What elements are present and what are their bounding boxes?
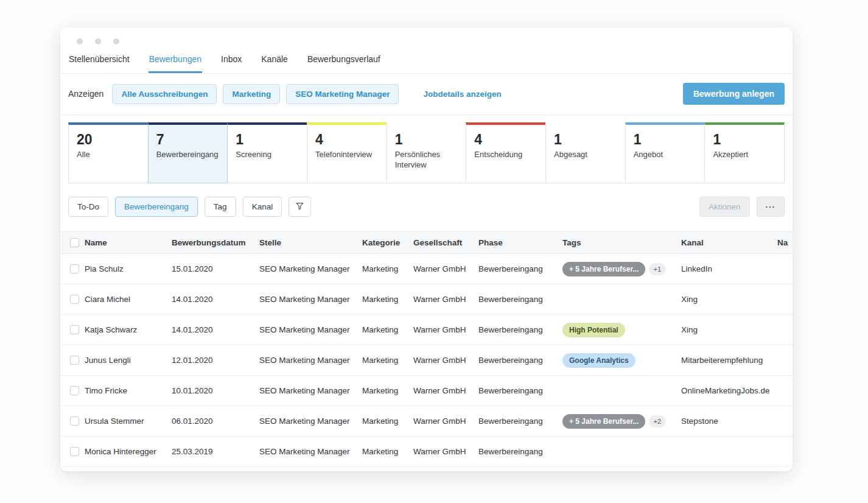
column-header-tags[interactable]: Tags	[562, 232, 681, 254]
cell-company: Warner GmbH	[413, 254, 478, 284]
cell-phase: Bewerbereingang	[478, 376, 562, 406]
stage-label: Angebot	[634, 150, 697, 160]
row-checkbox[interactable]	[70, 447, 79, 456]
cell-tags: Google Analytics	[562, 345, 681, 376]
stage-card-angebot[interactable]: 1 Angebot	[625, 122, 705, 183]
column-header-kanal[interactable]: Kanal	[681, 232, 777, 254]
table-row[interactable]: Monica Hinteregger 25.03.2019 SEO Market…	[60, 437, 793, 467]
list-toolbar: To-Do Bewerbereingang Tag Kanal Aktionen…	[68, 197, 785, 217]
stage-count: 4	[315, 132, 379, 148]
row-checkbox[interactable]	[70, 386, 79, 395]
tag-pill[interactable]: + 5 Jahre Berufser...	[562, 262, 645, 276]
create-application-button[interactable]: Bewerbung anlegen	[683, 83, 785, 105]
column-header-bewerbungsdatum[interactable]: Bewerbungsdatum	[172, 232, 259, 254]
kanal-filter-button[interactable]: Kanal	[243, 197, 282, 217]
stage-card-akzeptiert[interactable]: 1 Akzeptiert	[704, 122, 785, 183]
column-header-phase[interactable]: Phase	[478, 232, 562, 254]
table-row[interactable]: Ciara Michel 14.01.2020 SEO Marketing Ma…	[60, 284, 793, 315]
row-checkbox[interactable]	[70, 264, 79, 273]
stage-card-telefoninterview[interactable]: 4 Telefoninterview	[307, 122, 387, 183]
select-all-checkbox[interactable]	[70, 238, 79, 247]
stage-label: Entscheidung	[474, 150, 537, 160]
filter-funnel-button[interactable]	[289, 197, 311, 217]
todo-filter-button[interactable]: To-Do	[68, 197, 108, 217]
aktionen-button[interactable]: Aktionen	[699, 197, 750, 217]
stage-card-screening[interactable]: 1 Screening	[227, 122, 307, 183]
cell-date: 14.01.2020	[172, 315, 259, 345]
stage-count: 7	[156, 132, 220, 148]
cell-clipped	[777, 345, 793, 376]
cell-clipped	[777, 437, 793, 467]
tag-pill[interactable]: + 5 Jahre Berufser...	[562, 414, 645, 429]
stage-label: Abgesagt	[554, 150, 617, 160]
filter-chip-seo-marketing-manager[interactable]: SEO Marketing Manager	[286, 84, 399, 104]
tab-bewerbungen[interactable]: Bewerbungen	[149, 51, 202, 73]
cell-phase: Bewerbereingang	[478, 345, 562, 376]
column-header-gesellschaft[interactable]: Gesellschaft	[413, 232, 478, 254]
stage-card-entscheidung[interactable]: 4 Entscheidung	[466, 122, 546, 183]
stage-count: 1	[395, 132, 458, 148]
more-actions-button[interactable]: ···	[757, 197, 785, 217]
row-checkbox[interactable]	[70, 295, 79, 304]
table-row[interactable]: Katja Schwarz 14.01.2020 SEO Marketing M…	[60, 315, 793, 345]
stage-card-abgesagt[interactable]: 1 Abgesagt	[545, 122, 626, 183]
cell-tags	[562, 376, 681, 406]
window-titlebar	[60, 27, 793, 47]
cell-category: Marketing	[362, 254, 413, 284]
cell-clipped	[777, 315, 793, 345]
cell-category: Marketing	[362, 284, 413, 315]
cell-name: Ursula Stemmer	[85, 406, 172, 437]
stage-card-persoenliches-interview[interactable]: 1 Persönliches Interview	[387, 122, 467, 183]
table-row[interactable]: Ursula Stemmer 06.01.2020 SEO Marketing …	[60, 406, 793, 437]
column-header-clipped[interactable]: Na	[777, 232, 793, 254]
bewerbereingang-filter-button[interactable]: Bewerbereingang	[115, 197, 198, 217]
stage-label: Telefoninterview	[315, 150, 379, 160]
page-background: Stellenübersicht Bewerbungen Inbox Kanäl…	[0, 0, 868, 503]
cell-company: Warner GmbH	[413, 437, 478, 467]
stage-count: 1	[713, 132, 776, 148]
cell-company: Warner GmbH	[413, 345, 478, 376]
row-checkbox[interactable]	[70, 356, 79, 365]
cell-phase: Bewerbereingang	[478, 315, 562, 345]
filter-chip-alle-ausschreibungen[interactable]: Alle Ausschreibungen	[112, 84, 217, 104]
cell-position: SEO Marketing Manager	[259, 345, 362, 376]
cell-position: SEO Marketing Manager	[259, 437, 362, 467]
cell-phase: Bewerbereingang	[478, 254, 562, 284]
row-checkbox[interactable]	[70, 417, 79, 426]
tag-pill[interactable]: Google Analytics	[562, 353, 635, 368]
tag-filter-button[interactable]: Tag	[205, 197, 236, 217]
column-header-name[interactable]: Name	[85, 232, 172, 254]
tag-more-badge[interactable]: +1	[649, 263, 665, 275]
tag-pill[interactable]: High Potential	[562, 323, 625, 337]
filter-chip-marketing[interactable]: Marketing	[223, 84, 280, 104]
table-row[interactable]: Junus Lengli 12.01.2020 SEO Marketing Ma…	[60, 345, 793, 376]
stage-label: Alle	[77, 150, 140, 160]
table-row[interactable]: Timo Fricke 10.01.2020 SEO Marketing Man…	[60, 376, 793, 406]
cell-name: Pia Schulz	[85, 254, 172, 284]
row-checkbox[interactable]	[70, 325, 79, 334]
toolbar-right-group: Aktionen ···	[699, 197, 785, 217]
cell-category: Marketing	[362, 315, 413, 345]
cell-clipped	[777, 284, 793, 315]
cell-date: 25.03.2019	[172, 437, 259, 467]
cell-tags	[562, 284, 681, 315]
stage-card-bewerbereingang[interactable]: 7 Bewerbereingang	[148, 122, 228, 183]
filter-bar-label: Anzeigen	[68, 89, 103, 99]
filter-bar: Anzeigen Alle Ausschreibungen Marketing …	[60, 74, 793, 115]
jobdetails-link[interactable]: Jobdetails anzeigen	[423, 90, 501, 99]
cell-position: SEO Marketing Manager	[259, 284, 362, 315]
table-row[interactable]: Pia Schulz 15.01.2020 SEO Marketing Mana…	[60, 254, 793, 284]
cell-tags: + 5 Jahre Berufser...+2	[562, 406, 681, 437]
tab-inbox[interactable]: Inbox	[220, 51, 242, 73]
tab-kanaele[interactable]: Kanäle	[261, 51, 289, 73]
stage-card-alle[interactable]: 20 Alle	[68, 122, 149, 183]
tab-bewerbungsverlauf[interactable]: Bewerbungsverlauf	[307, 51, 381, 73]
column-header-stelle[interactable]: Stelle	[259, 232, 362, 254]
cell-category: Marketing	[362, 345, 413, 376]
cell-clipped	[777, 406, 793, 437]
cell-name: Junus Lengli	[85, 345, 172, 376]
tag-more-badge[interactable]: +2	[649, 415, 665, 427]
tab-stellenuebersicht[interactable]: Stellenübersicht	[68, 51, 130, 73]
column-header-kategorie[interactable]: Kategorie	[362, 232, 413, 254]
cell-phase: Bewerbereingang	[478, 437, 562, 467]
